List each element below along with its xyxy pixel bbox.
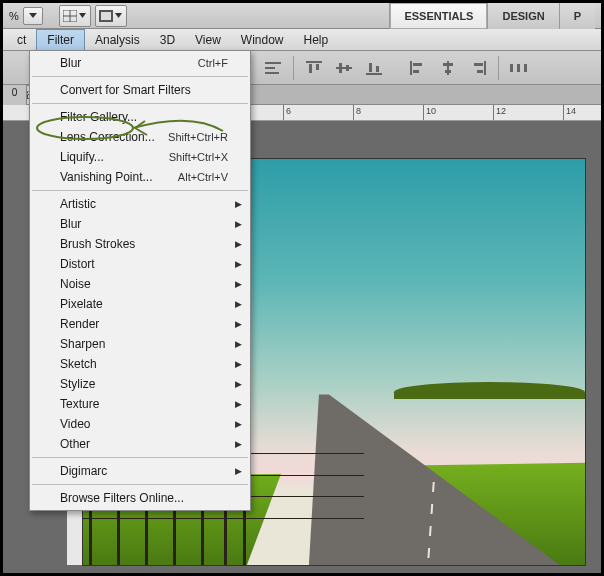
filter-menu-dropdown: BlurCtrl+FConvert for Smart FiltersFilte… xyxy=(29,50,251,511)
screen-mode-icon xyxy=(99,10,113,22)
ruler-tick: 14 xyxy=(566,106,576,116)
menu-item-shortcut: Shift+Ctrl+R xyxy=(168,131,228,143)
menu-item-noise[interactable]: Noise xyxy=(30,274,250,294)
svg-rect-19 xyxy=(413,70,419,73)
left-strip-label: 0 xyxy=(12,87,18,98)
menu-item-lens-correction[interactable]: Lens Correction...Shift+Ctrl+R xyxy=(30,127,250,147)
menu-item-render[interactable]: Render xyxy=(30,314,250,334)
menu-item-convert-for-smart-filters[interactable]: Convert for Smart Filters xyxy=(30,80,250,100)
options-bar: % ESSENTIALS DESIGN P xyxy=(3,3,601,29)
align-vcenter-icon[interactable] xyxy=(334,58,354,78)
align-bottom-icon[interactable] xyxy=(364,58,384,78)
menu-item-pixelate[interactable]: Pixelate xyxy=(30,294,250,314)
menu-item-label: Video xyxy=(60,417,90,431)
menu-item-liquify[interactable]: Liquify...Shift+Ctrl+X xyxy=(30,147,250,167)
menu-item-shortcut: Alt+Ctrl+V xyxy=(178,171,228,183)
menu-item-label: Sketch xyxy=(60,357,97,371)
menu-item-browse-filters-online[interactable]: Browse Filters Online... xyxy=(30,488,250,508)
menu-item-sketch[interactable]: Sketch xyxy=(30,354,250,374)
menu-separator xyxy=(32,76,248,77)
align-hcenter-icon[interactable] xyxy=(438,58,458,78)
workspace-switcher: ESSENTIALS DESIGN P xyxy=(389,3,595,29)
menu-filter[interactable]: Filter xyxy=(36,29,85,50)
svg-rect-25 xyxy=(477,70,483,73)
menu-item-blur[interactable]: BlurCtrl+F xyxy=(30,53,250,73)
workspace-tab-essentials[interactable]: ESSENTIALS xyxy=(389,3,487,29)
menu-item-label: Convert for Smart Filters xyxy=(60,83,191,97)
menu-item-label: Blur xyxy=(60,56,81,70)
menu-item-label: Sharpen xyxy=(60,337,105,351)
menu-separator xyxy=(32,484,248,485)
menu-item-shortcut: Shift+Ctrl+X xyxy=(169,151,228,163)
menu-analysis[interactable]: Analysis xyxy=(85,29,150,50)
menu-view[interactable]: View xyxy=(185,29,231,50)
view-mode-button-1[interactable] xyxy=(59,5,91,27)
ruler-tick: 10 xyxy=(426,106,436,116)
menu-window[interactable]: Window xyxy=(231,29,294,50)
menu-item-vanishing-point[interactable]: Vanishing Point...Alt+Ctrl+V xyxy=(30,167,250,187)
menu-item-digimarc[interactable]: Digimarc xyxy=(30,461,250,481)
menu-item-artistic[interactable]: Artistic xyxy=(30,194,250,214)
align-menu-icon[interactable] xyxy=(263,58,283,78)
menu-item-label: Noise xyxy=(60,277,91,291)
menu-help[interactable]: Help xyxy=(294,29,339,50)
menu-item-video[interactable]: Video xyxy=(30,414,250,434)
svg-rect-21 xyxy=(443,63,453,66)
left-strip: 0 xyxy=(3,85,27,105)
svg-rect-22 xyxy=(445,70,451,73)
svg-rect-24 xyxy=(474,63,483,66)
image-hill xyxy=(394,382,585,398)
ruler-tick: 12 xyxy=(496,106,506,116)
menu-item-brush-strokes[interactable]: Brush Strokes xyxy=(30,234,250,254)
menu-item-label: Other xyxy=(60,437,90,451)
menu-item-label: Digimarc xyxy=(60,464,107,478)
menu-item-label: Filter Gallery... xyxy=(60,110,137,124)
menu-item-other[interactable]: Other xyxy=(30,434,250,454)
svg-rect-27 xyxy=(517,64,520,72)
menu-item-sharpen[interactable]: Sharpen xyxy=(30,334,250,354)
menu-item-texture[interactable]: Texture xyxy=(30,394,250,414)
view-mode-button-2[interactable] xyxy=(95,5,127,27)
svg-rect-28 xyxy=(524,64,527,72)
menu-item-label: Browse Filters Online... xyxy=(60,491,184,505)
svg-rect-9 xyxy=(309,64,312,73)
workspace-tab-design[interactable]: DESIGN xyxy=(487,3,558,29)
svg-rect-15 xyxy=(369,63,372,72)
svg-rect-26 xyxy=(510,64,513,72)
svg-rect-12 xyxy=(339,63,342,73)
distribute-icon[interactable] xyxy=(509,58,529,78)
svg-rect-10 xyxy=(316,64,319,70)
workspace-tab-more[interactable]: P xyxy=(559,3,595,29)
menu-item-label: Liquify... xyxy=(60,150,104,164)
align-left-icon[interactable] xyxy=(408,58,428,78)
menu-item-filter-gallery[interactable]: Filter Gallery... xyxy=(30,107,250,127)
zoom-percent-label: % xyxy=(9,10,19,22)
align-right-icon[interactable] xyxy=(468,58,488,78)
menu-item-label: Distort xyxy=(60,257,95,271)
svg-rect-16 xyxy=(376,66,379,72)
ruler-tick: 6 xyxy=(286,106,291,116)
menu-item-label: Pixelate xyxy=(60,297,103,311)
menu-item-label: Render xyxy=(60,317,99,331)
ruler-tick: 8 xyxy=(356,106,361,116)
menu-item-stylize[interactable]: Stylize xyxy=(30,374,250,394)
toolbar-divider xyxy=(293,56,294,80)
menu-separator xyxy=(32,457,248,458)
menu-separator xyxy=(32,190,248,191)
svg-rect-18 xyxy=(413,63,422,66)
menu-item-label: Texture xyxy=(60,397,99,411)
menu-bar: ct Filter Analysis 3D View Window Help xyxy=(3,29,601,51)
menu-item-label: Vanishing Point... xyxy=(60,170,153,184)
align-top-icon[interactable] xyxy=(304,58,324,78)
menu-item-label: Brush Strokes xyxy=(60,237,135,251)
menu-item-distort[interactable]: Distort xyxy=(30,254,250,274)
menu-item-label: Blur xyxy=(60,217,81,231)
menu-item-label: Stylize xyxy=(60,377,95,391)
menu-item-label: Lens Correction... xyxy=(60,130,155,144)
menu-item-blur[interactable]: Blur xyxy=(30,214,250,234)
menu-3d[interactable]: 3D xyxy=(150,29,185,50)
zoom-dropdown[interactable] xyxy=(23,7,43,25)
svg-rect-13 xyxy=(346,65,349,71)
menu-select-partial[interactable]: ct xyxy=(7,29,36,50)
menu-item-shortcut: Ctrl+F xyxy=(198,57,228,69)
